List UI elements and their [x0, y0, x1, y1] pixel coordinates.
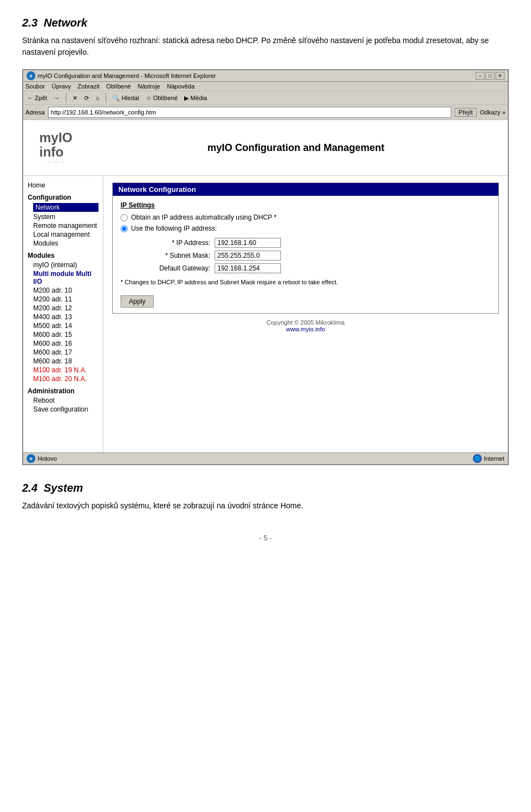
favorites-button[interactable]: ☆ Oblíbené [144, 94, 180, 102]
nav-myio-internal[interactable]: myIO (internal) [33, 261, 98, 269]
dhcp-note: * Changes to DHCP, IP address and Subnet… [121, 279, 491, 285]
menu-zobrazit[interactable]: Zobrazit [77, 83, 100, 90]
nav-reboot[interactable]: Reboot [33, 397, 98, 404]
section-24-text: Zadávání textových popisků systému, kter… [22, 500, 509, 512]
apply-button[interactable]: Apply [121, 295, 154, 308]
menu-oblibene[interactable]: Oblíbené [106, 83, 131, 90]
webpage: myIO info ···· ○ ···· myIO Configuration… [23, 120, 508, 452]
nav-network[interactable]: Network [33, 203, 98, 212]
favorites-label: ☆ Oblíbené [146, 95, 178, 102]
back-button[interactable]: ← Zpět [25, 94, 49, 102]
home-button[interactable]: ⌂ [94, 94, 101, 102]
section-24: 2.4 System Zadávání textových popisků sy… [22, 482, 509, 512]
page-number: - 5 - [22, 534, 509, 542]
webpage-footer: Copyright © 2005 Mikroklima www.myio.inf… [112, 314, 499, 338]
subnet-mask-row: * Subnet Mask: [137, 251, 491, 261]
address-bar[interactable]: http://192.168.1.60/network_config.htm [48, 107, 451, 118]
nav-m100-20[interactable]: M100 adr. 20 N.A. [33, 375, 98, 383]
website-link[interactable]: www.myio.info [286, 326, 325, 332]
static-label: Use the following IP address: [131, 225, 217, 232]
logo-line2: info [39, 145, 72, 159]
nav-save-config[interactable]: Save configuration [33, 405, 98, 413]
menu-nastroje[interactable]: Nástroje [138, 83, 160, 90]
nav-m400-13[interactable]: M400 adr. 13 [33, 313, 98, 321]
dhcp-label: Obtain an IP address automatically using… [131, 214, 277, 221]
toolbar-separator-2 [106, 93, 106, 103]
network-config-title: Network Configuration [113, 183, 498, 196]
nav-modules-items: myIO (internal) Multi module Multi I/O M… [28, 261, 98, 383]
ip-settings-heading: IP Settings [121, 201, 491, 209]
section-23-heading: 2.3 Network [22, 17, 509, 29]
page-body: Home Configuration Network System Remote… [23, 176, 508, 452]
titlebar-left: e myIO Configuration and Management - Mi… [27, 71, 216, 80]
browser-menubar: Soubor Úpravy Zobrazit Oblíbené Nástroje… [23, 82, 508, 91]
nav-remote-mgmt[interactable]: Remote management [33, 222, 98, 230]
nav-administration-title: Administration [28, 387, 98, 395]
gateway-label: Default Gateway: [137, 264, 215, 272]
section-23-title: Network [44, 17, 87, 29]
search-button[interactable]: 🔍 Hledat [111, 94, 141, 102]
menu-upravy[interactable]: Úpravy [51, 83, 71, 90]
nav-m600-16[interactable]: M600 adr. 16 [33, 340, 98, 347]
media-label: ▶ Média [184, 95, 207, 102]
close-button[interactable]: ✕ [496, 72, 504, 80]
links-button[interactable]: Odkazy » [480, 109, 506, 116]
main-content: Network Configuration IP Settings Obtain… [103, 176, 508, 452]
minimize-button[interactable]: − [476, 72, 485, 80]
section-24-number: 2.4 [22, 482, 38, 494]
network-config-box: Network Configuration IP Settings Obtain… [112, 183, 499, 314]
globe-icon: 🌐 [473, 454, 482, 463]
section-23: 2.3 Network Stránka na nastavení síťovéh… [22, 17, 509, 58]
nav-home[interactable]: Home [28, 181, 98, 189]
status-area: e Hotovo [27, 454, 57, 463]
menu-napoveda[interactable]: Nápověda [167, 83, 195, 90]
browser-titlebar: e myIO Configuration and Management - Mi… [23, 70, 508, 82]
nav-m500-14[interactable]: M500 adr. 14 [33, 322, 98, 330]
nav-m600-17[interactable]: M600 adr. 17 [33, 348, 98, 356]
nav-m200-10[interactable]: M200 adr. 10 [33, 287, 98, 294]
section-23-text: Stránka na nastavení síťového rozhraní: … [22, 35, 509, 58]
page-header: myIO info ···· ○ ···· myIO Configuration… [23, 120, 508, 176]
static-radio[interactable] [121, 225, 128, 232]
menu-soubor[interactable]: Soubor [25, 83, 45, 90]
nav-m200-12[interactable]: M200 adr. 12 [33, 304, 98, 312]
nav-m100-19[interactable]: M100 adr. 19 N.A. [33, 366, 98, 374]
subnet-mask-label: * Subnet Mask: [137, 252, 215, 259]
network-config-body: IP Settings Obtain an IP address automat… [113, 196, 498, 313]
nav-m200-11[interactable]: M200 adr. 11 [33, 295, 98, 303]
gateway-input[interactable] [215, 263, 281, 273]
refresh-button[interactable]: ⟳ [82, 94, 91, 102]
address-label: Adresa [25, 109, 45, 116]
browser-statusbar: e Hotovo 🌐 Internet [23, 452, 508, 464]
stop-label: ✕ [72, 95, 77, 102]
browser-window: e myIO Configuration and Management - Mi… [22, 69, 509, 465]
toolbar-separator-1 [66, 93, 66, 103]
nav-modules-title: Modules [28, 252, 98, 259]
nav-modules[interactable]: Modules [33, 240, 98, 247]
ie-icon: e [27, 71, 35, 80]
nav-multi-module[interactable]: Multi module Multi I/O [33, 270, 98, 285]
go-button[interactable]: Přejít [455, 108, 477, 117]
search-label: 🔍 Hledat [112, 95, 139, 102]
nav-system[interactable]: System [33, 213, 98, 221]
ip-address-label: * IP Address: [137, 239, 215, 247]
refresh-label: ⟳ [84, 95, 89, 102]
maximize-button[interactable]: □ [486, 72, 494, 80]
nav-local-mgmt[interactable]: Local management [33, 231, 98, 238]
subnet-mask-input[interactable] [215, 251, 281, 261]
media-button[interactable]: ▶ Média [183, 94, 209, 102]
nav-m600-18[interactable]: M600 adr. 18 [33, 357, 98, 365]
home-label: ⌂ [96, 95, 100, 101]
stop-button[interactable]: ✕ [71, 94, 79, 102]
zone-area: 🌐 Internet [473, 454, 504, 463]
dhcp-radio[interactable] [121, 214, 128, 221]
ip-address-input[interactable] [215, 238, 281, 248]
page-title: myIO Configuration and Management [207, 142, 384, 153]
nav-m600-15[interactable]: M600 adr. 15 [33, 331, 98, 339]
address-url: http://192.168.1.60/network_config.htm [51, 109, 156, 116]
logo: myIO info ···· ○ ···· [39, 131, 72, 165]
nav-config-items: Network System Remote management Local m… [28, 203, 98, 247]
forward-button[interactable]: → [52, 94, 61, 102]
gateway-row: Default Gateway: [137, 263, 491, 273]
ie-status-icon: e [27, 454, 35, 463]
